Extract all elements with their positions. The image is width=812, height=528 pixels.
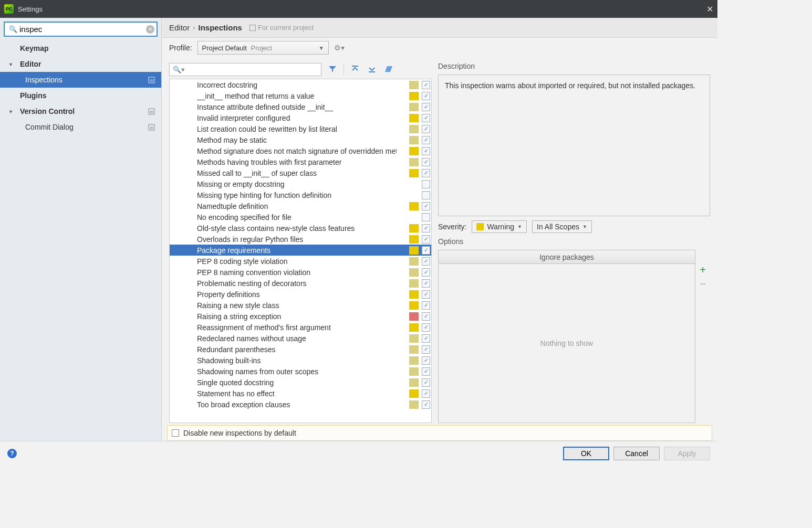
sidebar: 🔍 ✕ Keymap▾EditorInspectionsPlugins▾Vers…	[0, 18, 162, 441]
inspection-checkbox[interactable]: ✓	[422, 125, 430, 133]
close-icon[interactable]: ✕	[706, 4, 713, 14]
inspection-checkbox[interactable]: ✓	[422, 81, 430, 89]
inspection-checkbox[interactable]: ✓	[422, 367, 430, 376]
inspection-checkbox[interactable]: ✓	[422, 345, 430, 354]
inspection-name: Missing or empty docstring	[197, 180, 285, 188]
inspection-checkbox[interactable]: ✓	[422, 378, 430, 387]
inspection-row[interactable]: Redundant parentheses✓	[170, 344, 431, 355]
inspection-row[interactable]: Namedtuple definition✓	[170, 200, 431, 212]
inspection-row[interactable]: No encoding specified for file	[170, 212, 431, 223]
inspection-checkbox[interactable]: ✓	[422, 323, 430, 332]
main-pane: Editor › Inspections For current project…	[162, 18, 717, 441]
cancel-button[interactable]: Cancel	[613, 447, 660, 460]
apply-button[interactable]: Apply	[664, 447, 710, 460]
sidebar-search-input[interactable]	[19, 25, 146, 34]
inspection-row[interactable]: Method signature does not match signatur…	[170, 145, 431, 156]
toolbar-divider	[343, 64, 344, 75]
inspection-checkbox[interactable]: ✓	[422, 389, 430, 398]
profile-select[interactable]: Project Default Project ▼	[197, 41, 329, 55]
inspection-row[interactable]: Instance attribute defined outside __ini…	[170, 101, 431, 112]
inspection-row[interactable]: Redeclared names without usage✓	[170, 333, 431, 344]
inspection-row[interactable]: Problematic nesting of decorators✓	[170, 278, 431, 289]
inspection-row[interactable]: Shadowing built-ins✓	[170, 355, 431, 366]
disable-checkbox[interactable]	[172, 429, 179, 437]
inspection-checkbox[interactable]: ✓	[422, 136, 430, 144]
inspection-checkbox[interactable]: ✓	[422, 202, 430, 210]
eraser-icon[interactable]	[383, 64, 394, 75]
inspection-checkbox[interactable]: ✓	[422, 92, 430, 100]
inspection-checkbox[interactable]: ✓	[422, 279, 430, 288]
inspection-checkbox[interactable]: ✓	[422, 290, 430, 299]
inspection-row[interactable]: Missed call to __init__ of super class✓	[170, 167, 431, 178]
inspection-row[interactable]: Property definitions✓	[170, 289, 431, 300]
add-icon[interactable]: +	[696, 264, 710, 276]
inspection-checkbox[interactable]	[422, 191, 430, 199]
inspection-checkbox[interactable]: ✓	[422, 147, 430, 155]
inspection-checkbox[interactable]: ✓	[422, 356, 430, 365]
sidebar-item-version-control[interactable]: ▾Version Control	[0, 103, 161, 119]
severity-swatch-icon	[409, 202, 419, 210]
inspection-checkbox[interactable]: ✓	[422, 169, 430, 177]
breadcrumb-parent[interactable]: Editor	[169, 23, 190, 32]
inspection-row[interactable]: Reassignment of method's first argument✓	[170, 322, 431, 333]
inspection-list[interactable]: Incorrect docstring✓__init__ method that…	[170, 79, 431, 423]
inspection-checkbox[interactable]: ✓	[422, 268, 430, 277]
sidebar-item-editor[interactable]: ▾Editor	[0, 56, 161, 72]
severity-select[interactable]: Warning ▼	[472, 220, 527, 233]
inspection-checkbox[interactable]: ✓	[422, 158, 430, 166]
scope-select[interactable]: In All Scopes ▼	[532, 220, 592, 233]
inspection-search[interactable]: 🔍▾	[169, 63, 321, 76]
inspection-row[interactable]: PEP 8 coding style violation✓	[170, 256, 431, 267]
inspection-row[interactable]: PEP 8 naming convention violation✓	[170, 267, 431, 278]
sidebar-item-label: Keymap	[20, 44, 48, 52]
severity-swatch-icon	[409, 323, 419, 332]
inspection-row[interactable]: Raising a new style class✓	[170, 300, 431, 311]
inspection-toolbar: 🔍▾	[169, 62, 432, 77]
inspection-row[interactable]: Shadowing names from outer scopes✓	[170, 366, 431, 377]
sidebar-item-commit-dialog[interactable]: Commit Dialog	[0, 119, 161, 135]
sidebar-item-plugins[interactable]: Plugins	[0, 88, 161, 103]
inspection-row[interactable]: Raising a string exception✓	[170, 311, 431, 322]
severity-swatch-icon	[409, 224, 419, 233]
inspection-checkbox[interactable]: ✓	[422, 246, 430, 255]
inspection-row[interactable]: Old-style class contains new-style class…	[170, 223, 431, 234]
inspection-row[interactable]: Method may be static✓	[170, 134, 431, 145]
collapse-all-icon[interactable]	[366, 64, 378, 75]
sidebar-search[interactable]: 🔍 ✕	[4, 22, 158, 37]
gear-icon[interactable]: ⚙▾	[334, 44, 345, 52]
inspection-row[interactable]: Overloads in regular Python files✓	[170, 234, 431, 245]
inspection-row[interactable]: Statement has no effect✓	[170, 388, 431, 399]
expand-all-icon[interactable]	[349, 64, 361, 75]
filter-icon[interactable]	[327, 64, 338, 75]
inspection-checkbox[interactable]: ✓	[422, 114, 430, 122]
inspection-checkbox[interactable]: ✓	[422, 103, 430, 111]
help-icon[interactable]: ?	[7, 449, 17, 458]
inspection-row[interactable]: Package requirements✓	[170, 245, 431, 256]
ok-button[interactable]: OK	[563, 447, 609, 460]
inspection-row[interactable]: Invalid interpreter configured✓	[170, 112, 431, 123]
inspection-row[interactable]: List creation could be rewritten by list…	[170, 123, 431, 134]
inspection-row[interactable]: Missing or empty docstring	[170, 178, 431, 189]
inspection-checkbox[interactable]: ✓	[422, 334, 430, 343]
inspection-checkbox[interactable]: ✓	[422, 312, 430, 321]
sidebar-item-inspections[interactable]: Inspections	[0, 72, 161, 88]
disable-new-inspections-row[interactable]: Disable new inspections by default	[167, 425, 712, 441]
inspection-row[interactable]: Incorrect docstring✓	[170, 79, 431, 90]
severity-swatch-icon	[409, 356, 419, 365]
inspection-checkbox[interactable]	[422, 180, 430, 188]
inspection-checkbox[interactable]: ✓	[422, 301, 430, 310]
clear-icon[interactable]: ✕	[146, 25, 154, 34]
severity-swatch-icon	[409, 180, 419, 188]
inspection-row[interactable]: Single quoted docstring✓	[170, 377, 431, 388]
inspection-checkbox[interactable]: ✓	[422, 400, 430, 409]
sidebar-item-label: Plugins	[20, 91, 47, 100]
inspection-checkbox[interactable]: ✓	[422, 235, 430, 244]
inspection-checkbox[interactable]: ✓	[422, 224, 430, 233]
inspection-row[interactable]: Missing type hinting for function defini…	[170, 189, 431, 200]
inspection-checkbox[interactable]	[422, 213, 430, 221]
sidebar-item-keymap[interactable]: Keymap	[0, 40, 161, 56]
inspection-checkbox[interactable]: ✓	[422, 257, 430, 266]
inspection-row[interactable]: Methods having troubles with first param…	[170, 156, 431, 167]
inspection-row[interactable]: __init__ method that returns a value✓	[170, 90, 431, 101]
inspection-row[interactable]: Too broad exception clauses✓	[170, 399, 431, 410]
